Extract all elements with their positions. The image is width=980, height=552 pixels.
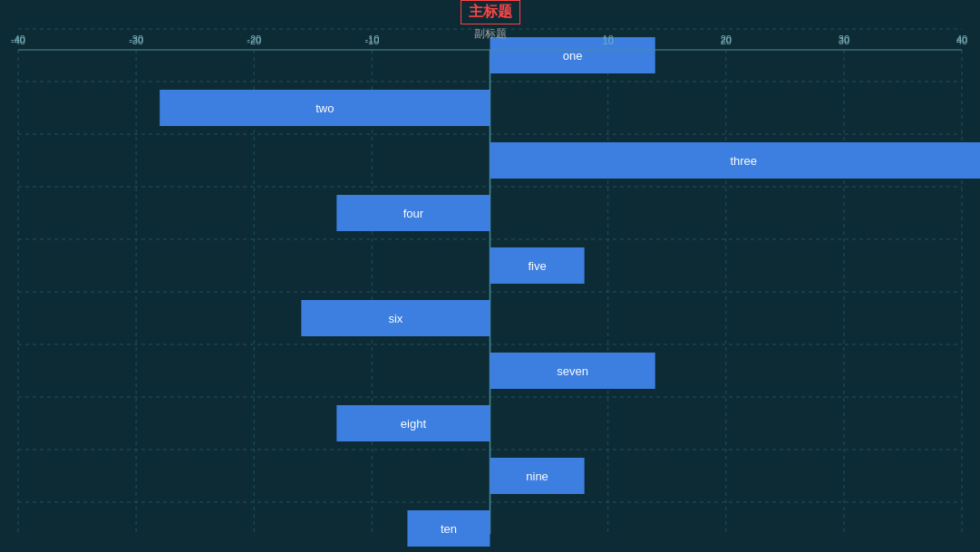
main-title: 主标题	[461, 0, 520, 24]
sub-title: 副标题	[461, 26, 520, 42]
chart-canvas	[0, 0, 980, 552]
chart-container: 主标题 副标题	[0, 0, 980, 552]
title-area: 主标题 副标题	[461, 0, 520, 42]
